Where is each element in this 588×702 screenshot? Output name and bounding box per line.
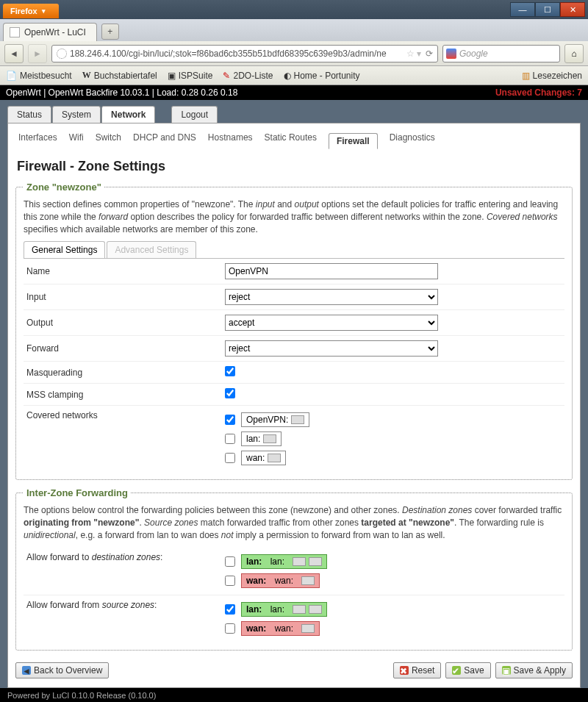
izf-section: Inter-Zone Forwarding The options below … [15,487,573,650]
page-icon [10,27,20,37]
subtab-diagnostics[interactable]: Diagnostics [390,132,435,148]
save-apply-button[interactable]: ▣Save & Apply [495,662,573,678]
tab-title: OpenWrt - LuCI [24,27,86,37]
load-value: 0.28 0.26 0.18 [182,87,238,98]
reload-icon[interactable]: ⟳ [426,49,433,59]
search-box[interactable]: Google [442,45,560,62]
forward-select[interactable]: reject [225,340,438,357]
home-button[interactable]: ⌂ [564,44,584,63]
masq-checkbox[interactable] [225,366,235,376]
ifaces-icon [301,624,315,633]
dest-lan-checkbox[interactable] [225,556,235,567]
covnet-wan-checkbox[interactable] [225,453,235,463]
tab-status[interactable]: Status [7,106,51,123]
mss-checkbox[interactable] [225,388,235,398]
name-label: Name [26,266,225,276]
tab-network[interactable]: Network [101,106,155,123]
bookmark-ispsuite[interactable]: ▣ISPSuite [168,71,213,81]
load-label: Load: [157,87,179,98]
bookmarks-bar: 📄Meistbesucht WBuchstabiertafel ▣ISPSuit… [0,66,588,85]
tab-system[interactable]: System [52,106,101,123]
zone-tabs: General Settings Advanced Settings [24,241,564,259]
reset-button[interactable]: ✖Reset [393,662,441,678]
folder-icon: 📄 [6,71,17,81]
field-name: Name [24,259,564,284]
field-dest-zones: Allow forward to destination zones: lan:… [24,548,564,595]
browser-toolbar: ◄ ► 188.246.4.100/cgi-bin/luci/;stok=f86… [0,41,588,66]
google-icon [446,49,456,59]
close-button[interactable]: ✕ [560,2,585,17]
minimize-button[interactable]: — [510,2,535,17]
page-icon: ▣ [168,71,176,81]
new-tab-button[interactable]: + [101,24,119,40]
browser-tabstrip: OpenWrt - LuCI + [0,19,588,41]
maximize-button[interactable]: ☐ [535,2,560,17]
field-output: Output accept [24,310,564,336]
zone-legend: Zone "newzone" [24,182,104,193]
src-wan-checkbox[interactable] [225,623,235,634]
covnet-label: Covered networks [26,410,225,420]
dest-zone-wan: wan: wan: [241,573,320,588]
subtab-hostnames[interactable]: Hostnames [208,132,253,148]
tab-general-settings[interactable]: General Settings [24,241,105,258]
ifaces-icon [309,605,322,614]
src-label-pre: Allow forward from [26,600,102,610]
ifaces-icon [293,605,306,614]
firefox-menu-button[interactable]: Firefox [3,4,59,18]
dest-label-em: destination zones [92,552,160,562]
bookmark-2do-liste[interactable]: ✎2DO-Liste [223,71,273,81]
tab-advanced-settings[interactable]: Advanced Settings [107,241,196,258]
wikipedia-icon: W [82,70,91,81]
subtab-firewall[interactable]: Firewall [329,133,378,149]
main-menu: Status System Network Logout [7,106,581,123]
covnet-openvpn-checkbox[interactable] [225,415,235,425]
url-bar[interactable]: 188.246.4.100/cgi-bin/luci/;stok=f86bad6… [51,45,438,62]
field-masquerading: Masquerading [24,362,564,384]
page-body: Status System Network Logout Interfaces … [0,100,588,688]
back-button[interactable]: ◄ [4,44,24,63]
subtab-switch[interactable]: Switch [96,132,121,148]
sub-menu: Interfaces Wifi Switch DHCP and DNS Host… [15,129,573,154]
bookmark-home-portunity[interactable]: ◐Home - Portunity [284,71,360,81]
bookmark-buchstabiertafel[interactable]: WBuchstabiertafel [82,70,157,81]
bookmarks-icon: ▥ [522,71,530,81]
forward-label: Forward [26,343,225,354]
forward-button[interactable]: ► [28,44,47,63]
bookmarks-menu[interactable]: ▥Lesezeichen [522,71,582,81]
home-icon: ⌂ [571,49,576,59]
subtab-wifi[interactable]: Wifi [69,132,84,148]
todo-icon: ✎ [223,71,230,81]
back-to-overview-button[interactable]: ◄Back to Overview [15,662,109,678]
zone-description: This section defines common properties o… [24,198,564,235]
output-select[interactable]: accept [225,315,438,331]
back-icon: ◄ [22,666,31,675]
hostname: OpenWrt [6,87,41,98]
ifaces-icon [263,434,276,443]
tab-logout[interactable]: Logout [171,106,218,123]
izf-legend: Inter-Zone Forwarding [24,487,131,498]
subtab-interfaces[interactable]: Interfaces [18,132,57,148]
izf-description: The options below control the forwarding… [24,504,564,541]
browser-tab[interactable]: OpenWrt - LuCI [3,23,97,41]
field-src-zones: Allow forward from source zones: lan: la… [24,595,564,642]
field-forward: Forward reject [24,336,564,362]
src-zone-wan: wan: wan: [241,621,320,636]
dest-wan-checkbox[interactable] [225,576,235,586]
search-placeholder: Google [459,49,488,59]
input-label: Input [26,292,225,302]
name-input[interactable] [225,263,438,279]
bookmark-star-icon[interactable]: ☆ ▾ [406,49,421,59]
input-select[interactable]: reject [225,289,438,305]
field-mss: MSS clamping [24,384,564,406]
unsaved-changes[interactable]: Unsaved Changes: 7 [495,87,582,98]
openwrt-header: OpenWrt | OpenWrt Backfire 10.03.1 | Loa… [0,85,588,100]
subtab-dhcp-dns[interactable]: DHCP and DNS [133,132,196,148]
mss-label: MSS clamping [26,390,225,400]
subtab-static-routes[interactable]: Static Routes [265,132,317,148]
save-icon: ✔ [452,666,461,675]
save-button[interactable]: ✔Save [445,662,490,678]
covnet-lan-checkbox[interactable] [225,434,235,444]
ifaces-icon [301,576,315,585]
bookmark-meistbesucht[interactable]: 📄Meistbesucht [6,71,72,81]
src-lan-checkbox[interactable] [225,604,235,615]
